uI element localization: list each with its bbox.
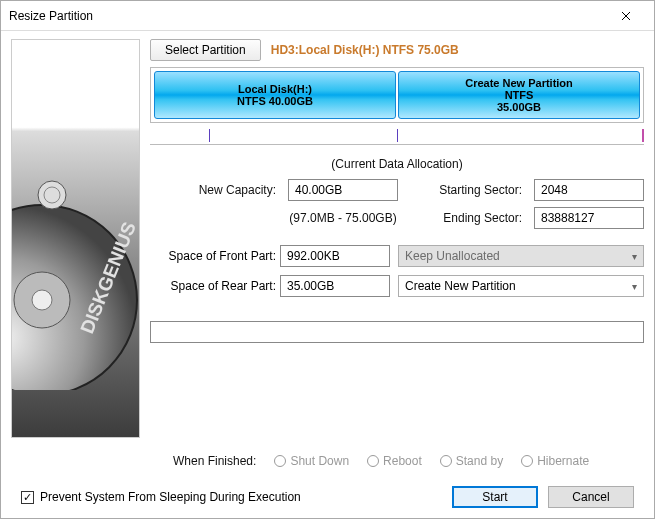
new-capacity-input[interactable] bbox=[288, 179, 398, 201]
partition-block-current[interactable]: Local Disk(H:) NTFS 40.00GB bbox=[154, 71, 396, 119]
close-icon bbox=[621, 11, 631, 21]
svg-point-3 bbox=[38, 181, 66, 209]
partition-block-new[interactable]: Create New Partition NTFS 35.00GB bbox=[398, 71, 640, 119]
space-front-label: Space of Front Part: bbox=[150, 249, 280, 263]
when-finished-row: When Finished: Shut Down Reboot Stand by… bbox=[11, 448, 644, 470]
start-button[interactable]: Start bbox=[452, 486, 538, 508]
titlebar: Resize Partition bbox=[1, 1, 654, 31]
checkbox-icon: ✓ bbox=[21, 491, 34, 504]
space-rear-input[interactable] bbox=[280, 275, 390, 297]
reboot-radio: Reboot bbox=[367, 454, 422, 468]
shutdown-radio: Shut Down bbox=[274, 454, 349, 468]
select-partition-button[interactable]: Select Partition bbox=[150, 39, 261, 61]
front-action-combo: Keep Unallocated ▾ bbox=[398, 245, 644, 267]
chevron-down-icon: ▾ bbox=[632, 281, 637, 292]
allocation-title: (Current Data Allocation) bbox=[150, 157, 644, 171]
hibernate-radio: Hibernate bbox=[521, 454, 589, 468]
resize-partition-dialog: Resize Partition bbox=[0, 0, 655, 519]
svg-point-2 bbox=[32, 290, 52, 310]
ending-sector-label: Ending Sector: bbox=[406, 211, 526, 225]
allocation-timeline bbox=[150, 129, 644, 145]
rear-action-combo[interactable]: Create New Partition ▾ bbox=[398, 275, 644, 297]
partition-bar[interactable]: Local Disk(H:) NTFS 40.00GB Create New P… bbox=[150, 67, 644, 123]
window-title: Resize Partition bbox=[9, 9, 606, 23]
prevent-sleep-check[interactable]: ✓ Prevent System From Sleeping During Ex… bbox=[21, 490, 301, 504]
ending-sector-input[interactable] bbox=[534, 207, 644, 229]
space-rear-label: Space of Rear Part: bbox=[150, 279, 280, 293]
close-button[interactable] bbox=[606, 2, 646, 30]
selected-partition-info: HD3:Local Disk(H:) NTFS 75.0GB bbox=[271, 43, 459, 57]
space-front-input[interactable] bbox=[280, 245, 390, 267]
chevron-down-icon: ▾ bbox=[632, 251, 637, 262]
progress-bar bbox=[150, 321, 644, 343]
cancel-button[interactable]: Cancel bbox=[548, 486, 634, 508]
new-capacity-label: New Capacity: bbox=[150, 183, 280, 197]
standby-radio: Stand by bbox=[440, 454, 503, 468]
starting-sector-input[interactable] bbox=[534, 179, 644, 201]
capacity-range-note: (97.0MB - 75.00GB) bbox=[288, 211, 398, 225]
hdd-illustration: DISKGENIUS bbox=[11, 39, 140, 438]
when-finished-check[interactable]: When Finished: bbox=[169, 454, 256, 468]
starting-sector-label: Starting Sector: bbox=[406, 183, 526, 197]
